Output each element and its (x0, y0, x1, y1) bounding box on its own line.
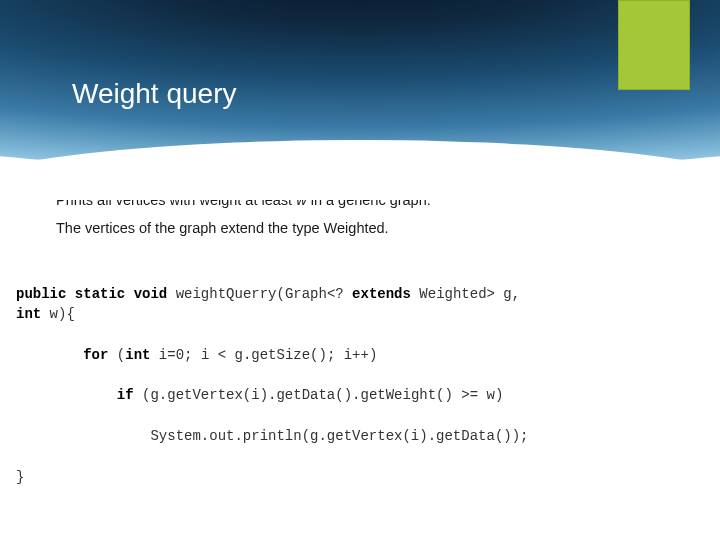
accent-block (618, 0, 690, 90)
desc-text: The vertices of the graph extend the typ… (56, 220, 324, 236)
keyword: if (117, 387, 134, 403)
keyword: int (16, 306, 41, 322)
code-line (16, 406, 680, 426)
code-line: if (g.getVertex(i).getData().getWeight()… (16, 385, 680, 405)
code-text: Weighted> g, (411, 286, 520, 302)
code-block: public static void weightQuerry(Graph<? … (16, 284, 680, 487)
code-line: } (16, 467, 680, 487)
code-text: (g.getVertex(i).getData().getWeight() >=… (134, 387, 504, 403)
keyword: void (134, 286, 168, 302)
code-line: int w){ (16, 304, 680, 324)
description-line-2: The vertices of the graph extend the typ… (56, 220, 680, 236)
code-indent (16, 387, 117, 403)
code-line (16, 365, 680, 385)
slide-title: Weight query (72, 78, 236, 110)
code-line: System.out.println(g.getVertex(i).getDat… (16, 426, 680, 446)
code-text: weightQuerry(Graph<? (167, 286, 352, 302)
desc-type: Weighted. (324, 220, 389, 236)
code-text: ( (108, 347, 125, 363)
code-line (16, 446, 680, 466)
keyword: static (75, 286, 125, 302)
code-text: i=0; i < g.getSize(); i++) (150, 347, 377, 363)
keyword: extends (352, 286, 411, 302)
code-line: public static void weightQuerry(Graph<? … (16, 284, 680, 304)
keyword: for (83, 347, 108, 363)
code-indent (16, 347, 83, 363)
keyword: int (125, 347, 150, 363)
code-text: w){ (41, 306, 75, 322)
keyword: public (16, 286, 66, 302)
code-line (16, 325, 680, 345)
slide-content: Prints all vertices with weight at least… (56, 192, 680, 487)
code-line: for (int i=0; i < g.getSize(); i++) (16, 345, 680, 365)
